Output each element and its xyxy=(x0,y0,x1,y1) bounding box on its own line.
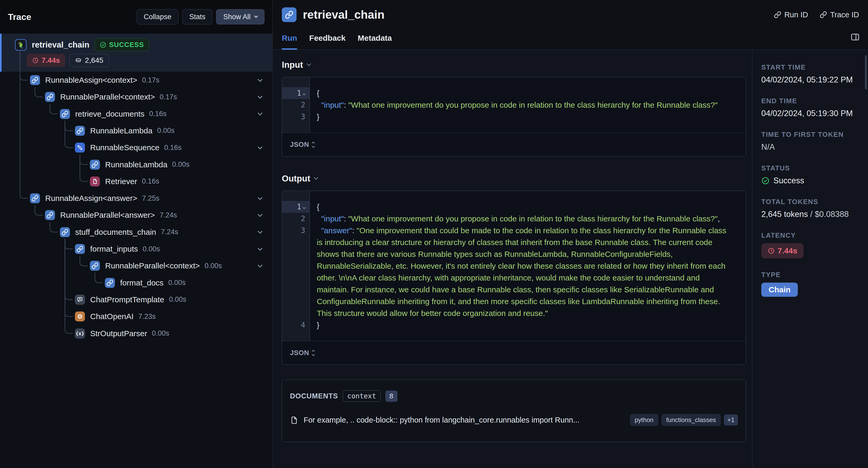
doc-more-tags-badge[interactable]: +1 xyxy=(724,414,738,426)
line-number[interactable]: 1 xyxy=(282,87,309,99)
code-line: 1{ xyxy=(282,201,746,213)
trace-node[interactable]: retrieve_documents 0.16s xyxy=(0,106,272,122)
chevron-down-icon[interactable] xyxy=(258,212,262,217)
trace-id-button[interactable]: Trace ID xyxy=(819,10,859,19)
trace-node[interactable]: RunnableAssign<context> 0.17s xyxy=(0,72,272,89)
trace-node-name: RunnableParallel<context> xyxy=(60,93,155,101)
documents-label: DOCUMENTS xyxy=(290,392,338,400)
trace-node[interactable]: RunnableParallel<answer> 7.24s xyxy=(0,207,272,224)
tab-feedback[interactable]: Feedback xyxy=(309,34,345,49)
line-number[interactable]: 3 xyxy=(282,111,309,123)
collapse-button[interactable]: Collapse xyxy=(137,9,179,25)
trace-node[interactable]: Retriever 0.16s xyxy=(0,173,272,190)
trace-node[interactable]: RunnableParallel<context> 0.00s xyxy=(0,257,272,274)
trace-node[interactable]: ChatOpenAI 7.23s xyxy=(0,308,272,325)
line-number[interactable]: 4 xyxy=(282,319,309,331)
input-format-selector[interactable]: JSON xyxy=(282,133,746,156)
trace-node[interactable]: format_docs 0.00s xyxy=(0,274,272,291)
line-number[interactable]: 1 xyxy=(282,201,309,213)
chevron-down-icon[interactable] xyxy=(258,246,262,250)
chevron-down-icon xyxy=(307,62,311,66)
trace-node-name: retrieve_documents xyxy=(75,109,144,119)
document-text: For example, .. code-block:: python from… xyxy=(304,416,579,425)
stats-button[interactable]: Stats xyxy=(182,9,213,25)
trace-node-duration: 0.00s xyxy=(169,296,186,304)
chain-icon xyxy=(60,109,70,119)
trace-node-name: RunnableParallel<answer> xyxy=(60,211,155,220)
chain-icon xyxy=(282,7,297,22)
trace-node[interactable]: format_inputs 0.00s xyxy=(0,241,272,257)
chain-icon xyxy=(45,210,55,220)
trace-node[interactable]: RunnableSequence 0.16s xyxy=(0,139,272,156)
trace-node-name: format_inputs xyxy=(90,244,138,254)
fold-chevron-icon xyxy=(303,206,306,209)
scrollbar-thumb[interactable] xyxy=(865,55,867,89)
tab-metadata[interactable]: Metadata xyxy=(358,34,392,49)
trace-node[interactable]: RunnableLambda 0.00s xyxy=(0,156,272,173)
chevron-down-icon[interactable] xyxy=(258,94,262,99)
line-number[interactable]: 3 xyxy=(282,225,309,319)
trace-node[interactable]: ChatPromptTemplate 0.00s xyxy=(0,291,272,308)
line-number[interactable]: 2 xyxy=(282,99,309,111)
chevron-down-icon[interactable] xyxy=(258,111,262,115)
trace-node-name: format_docs xyxy=(120,278,163,287)
output-code: 1{2 "input": "What one improvement do yo… xyxy=(282,191,746,341)
status-group: STATUS Success xyxy=(761,164,863,186)
output-section-header[interactable]: Output xyxy=(282,173,746,185)
trace-node-duration: 0.00s xyxy=(157,127,175,135)
ttft-value: N/A xyxy=(761,142,863,152)
doc-tag: python xyxy=(630,414,658,426)
trace-node-name: RunnableLambda xyxy=(105,160,167,169)
trace-node[interactable]: {x} StrOutputParser 0.00s xyxy=(0,325,272,342)
status-value: Success xyxy=(761,176,863,186)
run-id-button[interactable]: Run ID xyxy=(774,10,808,19)
trace-panel-header: Trace Collapse Stats Show All xyxy=(0,0,272,34)
document-row[interactable]: For example, .. code-block:: python from… xyxy=(290,414,738,426)
total-tokens-group: TOTAL TOKENS 2,645 tokens / $0.08388 xyxy=(761,198,863,219)
trace-node-duration: 7.23s xyxy=(138,312,156,321)
trace-node-duration: 0.16s xyxy=(164,144,182,152)
type-group: TYPE Chain xyxy=(761,271,863,297)
documents-count-badge: 8 xyxy=(385,391,398,402)
trace-node[interactable]: RunnableParallel<context> 0.17s xyxy=(0,89,272,105)
chain-icon xyxy=(75,244,85,254)
input-section-header[interactable]: Input xyxy=(282,59,746,71)
clock-icon xyxy=(768,247,775,255)
trace-node-name: RunnableSequence xyxy=(90,143,160,152)
trace-tree: RunnableAssign<context> 0.17s RunnablePa… xyxy=(0,34,272,468)
chevron-down-icon[interactable] xyxy=(258,77,262,82)
input-code: 1{2 "input": "What one improvement do yo… xyxy=(282,77,746,133)
tab-run[interactable]: Run xyxy=(282,34,297,49)
trace-node-duration: 0.16s xyxy=(149,110,166,118)
trace-node-duration: 0.00s xyxy=(168,279,186,287)
chevron-down-icon[interactable] xyxy=(258,195,262,200)
document-tags: pythonfunctions_classes+1 xyxy=(630,414,738,426)
chevron-up-down-icon xyxy=(312,142,314,147)
line-number[interactable]: 2 xyxy=(282,213,309,225)
trace-node[interactable]: RunnableLambda 0.00s xyxy=(0,122,272,139)
chevron-down-icon[interactable] xyxy=(258,144,262,149)
prompt-icon xyxy=(75,295,85,305)
run-header-actions: Run ID Trace ID xyxy=(774,10,859,19)
show-all-button[interactable]: Show All xyxy=(216,9,265,25)
doc-tag: functions_classes xyxy=(661,414,720,426)
trace-node[interactable]: stuff_documents_chain 7.24s xyxy=(0,224,272,241)
chain-icon xyxy=(75,126,85,136)
trace-node-name: RunnableAssign<answer> xyxy=(45,194,137,203)
chain-icon xyxy=(90,261,100,271)
context-badge[interactable]: context xyxy=(343,390,381,402)
chain-icon xyxy=(60,227,70,237)
trace-node-duration: 0.17s xyxy=(160,93,177,101)
chevron-down-icon[interactable] xyxy=(258,263,262,267)
trace-node-duration: 7.24s xyxy=(160,211,177,219)
output-format-selector[interactable]: JSON xyxy=(282,341,746,365)
file-icon xyxy=(290,416,298,424)
trace-node-duration: 0.16s xyxy=(142,177,159,186)
panel-toggle-icon[interactable] xyxy=(850,32,860,43)
trace-node-duration: 0.00s xyxy=(152,329,169,337)
sequence-icon xyxy=(75,143,85,153)
trace-node[interactable]: RunnableAssign<answer> 7.25s xyxy=(0,190,272,207)
chevron-down-icon[interactable] xyxy=(258,229,262,234)
code-line: 3} xyxy=(282,111,746,123)
retriever-icon xyxy=(90,176,100,187)
